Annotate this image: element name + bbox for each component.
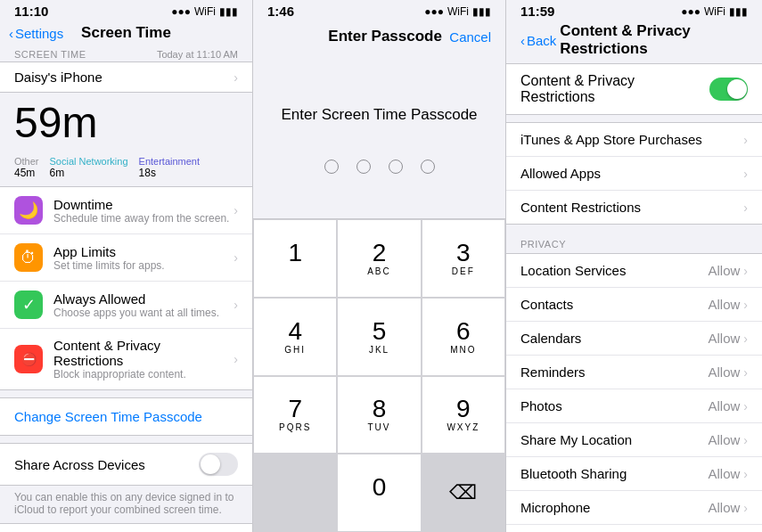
chevron-right-icon: › — [743, 331, 748, 346]
wifi-icon: WiFi — [194, 5, 216, 18]
allowed-apps-row[interactable]: Allowed Apps › — [506, 157, 762, 191]
key-6[interactable]: 6MNO — [422, 298, 505, 376]
back-button-3[interactable]: ‹ Back — [520, 33, 556, 48]
battery-icon-3: ▮▮▮ — [729, 5, 748, 18]
share-toggle[interactable] — [199, 453, 238, 476]
cancel-button[interactable]: Cancel — [449, 29, 491, 45]
microphone-allow: Allow — [708, 500, 740, 515]
delete-key[interactable]: ⌫ — [422, 454, 505, 532]
calendars-label: Calendars — [520, 331, 581, 346]
list-item-contentprivacy[interactable]: ⛔ Content & Privacy Restrictions Block i… — [0, 329, 252, 389]
key-3[interactable]: 3DEF — [422, 219, 505, 298]
location-allow: Allow — [708, 263, 740, 278]
chevron-right-icon: › — [743, 501, 748, 515]
chevron-right-icon: › — [234, 352, 238, 366]
contentprivacy-text: Content & Privacy Restrictions Block ina… — [53, 338, 234, 381]
contacts-row[interactable]: Contacts Allow › — [506, 288, 762, 322]
alwaysallowed-subtitle: Choose apps you want at all times. — [53, 307, 234, 319]
key-7[interactable]: 7PQRS — [253, 376, 337, 454]
privacy-card: Location Services Allow › Contacts Allow… — [506, 253, 762, 532]
turn-off-button[interactable]: Turn Off Screen Time — [0, 523, 252, 532]
applimits-icon: ⏱ — [14, 243, 43, 272]
share-location-right: Allow › — [708, 432, 748, 447]
location-right: Allow › — [708, 263, 748, 278]
list-item-alwaysallowed[interactable]: ✓ Always Allowed Choose apps you want at… — [0, 282, 252, 329]
key-0[interactable]: 0 — [337, 454, 421, 532]
location-services-row[interactable]: Location Services Allow › — [506, 254, 762, 288]
list-item-applimits[interactable]: ⏱ App Limits Set time limits for apps. › — [0, 234, 252, 282]
chevron-right-icon: › — [743, 264, 748, 278]
bluetooth-row[interactable]: Bluetooth Sharing Allow › — [506, 457, 762, 491]
microphone-label: Microphone — [520, 500, 590, 515]
passcode-panel: 1:46 ●●● WiFi ▮▮▮ Enter Passcode Cancel … — [253, 0, 506, 532]
status-icons-3: ●●● WiFi ▮▮▮ — [681, 5, 748, 18]
contacts-allow: Allow — [708, 297, 740, 312]
chevron-right-icon: › — [234, 298, 238, 312]
device-name-row[interactable]: Daisy's iPhone › — [0, 61, 252, 93]
toggle-knob — [201, 454, 220, 474]
content-privacy-toggle[interactable] — [709, 78, 748, 101]
location-label: Location Services — [520, 263, 626, 278]
chevron-right-icon: › — [743, 365, 748, 380]
key-2[interactable]: 2ABC — [337, 219, 421, 298]
back-label-1: Settings — [15, 26, 63, 41]
content-restrictions-row[interactable]: Content Restrictions › — [506, 191, 762, 224]
chevron-right-icon: › — [743, 467, 748, 481]
numpad: 1 2ABC 3DEF 4GHI 5JKL 6MNO 7PQRS 8TUV 9W… — [253, 218, 505, 532]
microphone-row[interactable]: Microphone Allow › — [506, 491, 762, 525]
photos-row[interactable]: Photos Allow › — [506, 389, 762, 423]
status-time-3: 11:59 — [520, 4, 554, 19]
wifi-icon-2: WiFi — [447, 5, 469, 18]
signal-icon-2: ●●● — [424, 5, 444, 18]
calendars-row[interactable]: Calendars Allow › — [506, 322, 762, 356]
device-name: Daisy's iPhone — [14, 70, 102, 85]
bar-label-entertainment: Entertainment 18s — [139, 156, 200, 179]
bar-label-social-name: Social Networking — [50, 156, 128, 167]
key-1[interactable]: 1 — [253, 219, 337, 298]
nav-header-3: ‹ Back Content & Privacy Restrictions — [506, 20, 762, 63]
passcode-dot-4 — [421, 160, 435, 174]
top-menu-card: iTunes & App Store Purchases › Allowed A… — [506, 122, 762, 225]
bar-label-ent-time: 18s — [139, 167, 200, 179]
content-privacy-panel: 11:59 ●●● WiFi ▮▮▮ ‹ Back Content & Priv… — [506, 0, 762, 532]
content-privacy-toggle-row: Content & Privacy Restrictions — [506, 63, 762, 115]
page-title-1: Screen Time — [81, 24, 171, 42]
nav-header-1: ‹ Settings Screen Time — [0, 20, 252, 49]
key-5[interactable]: 5JKL — [337, 298, 421, 376]
itunes-row[interactable]: iTunes & App Store Purchases › — [506, 123, 762, 157]
photos-allow: Allow — [708, 398, 740, 413]
chevron-right-icon: › — [234, 70, 238, 85]
passcode-dot-3 — [389, 160, 403, 174]
privacy-section-label: PRIVACY — [506, 232, 762, 253]
status-bar-2: 1:46 ●●● WiFi ▮▮▮ — [253, 0, 505, 20]
downtime-icon: 🌙 — [14, 196, 43, 225]
toggle-knob-3 — [727, 79, 747, 99]
share-location-row[interactable]: Share My Location Allow › — [506, 423, 762, 457]
microphone-right: Allow › — [708, 500, 748, 515]
section-label-1: SCREEN TIME — [14, 49, 86, 60]
key-4[interactable]: 4GHI — [253, 298, 337, 376]
content-privacy-toggle-label: Content & Privacy Restrictions — [520, 73, 709, 105]
alwaysallowed-icon: ✓ — [14, 291, 43, 319]
key-8[interactable]: 8TUV — [337, 376, 421, 454]
bar-label-other-name: Other — [14, 156, 39, 167]
status-bar-1: 11:10 ●●● WiFi ▮▮▮ — [0, 0, 252, 20]
contacts-label: Contacts — [520, 297, 573, 312]
contentprivacy-icon: ⛔ — [14, 345, 43, 373]
applimits-text: App Limits Set time limits for apps. — [53, 244, 234, 272]
chevron-right-icon: › — [743, 298, 748, 312]
list-item-downtime[interactable]: 🌙 Downtime Schedule time away from the s… — [0, 187, 252, 234]
chevron-right-icon: › — [743, 399, 748, 413]
status-time-1: 11:10 — [14, 4, 48, 19]
reminders-allow: Allow — [708, 364, 740, 380]
key-9[interactable]: 9WXYZ — [422, 376, 505, 454]
reminders-row[interactable]: Reminders Allow › — [506, 356, 762, 389]
contentprivacy-title: Content & Privacy Restrictions — [53, 338, 234, 368]
speech-recognition-row[interactable]: Speech Recognition Allow › — [506, 525, 762, 532]
change-passcode-button[interactable]: Change Screen Time Passcode — [0, 397, 252, 436]
applimits-title: App Limits — [53, 244, 234, 259]
back-button-1[interactable]: ‹ Settings — [9, 26, 63, 41]
bar-label-ent-name: Entertainment — [139, 156, 200, 167]
passcode-title: Enter Passcode — [321, 28, 449, 45]
calendars-right: Allow › — [708, 331, 748, 346]
